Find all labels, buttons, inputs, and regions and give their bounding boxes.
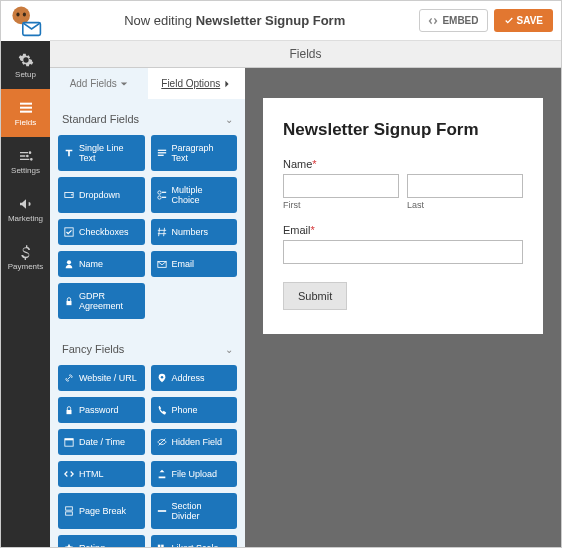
standard-fields-header[interactable]: Standard Fields ⌄ [50,99,245,135]
field-likert-scale[interactable]: Likert Scale [151,535,238,548]
dropdown-icon [64,190,74,200]
pin-icon [157,373,167,383]
svg-point-16 [67,260,71,264]
svg-point-1 [16,12,19,16]
svg-rect-5 [20,106,32,108]
bullhorn-icon [18,196,34,212]
svg-rect-8 [157,152,165,153]
name-label: Name* [283,158,523,170]
chevron-down-icon [120,80,128,88]
field-checkboxes[interactable]: Checkboxes [58,219,145,245]
field-phone[interactable]: Phone [151,397,238,423]
svg-point-0 [12,6,30,24]
panel-header: Fields [50,41,561,68]
phone-icon [157,405,167,415]
svg-rect-27 [161,545,164,548]
svg-point-2 [22,12,25,16]
top-bar: Now editing Newsletter Signup Form EMBED… [1,1,561,41]
page-break-icon [64,506,74,516]
field-rating[interactable]: Rating [58,535,145,548]
field-html[interactable]: HTML [58,461,145,487]
chevron-down-icon: ⌄ [225,344,233,355]
svg-rect-4 [20,102,32,104]
star-icon [64,543,74,548]
last-name-input[interactable] [407,174,523,198]
svg-rect-12 [162,192,166,193]
nav-setup[interactable]: Setup [1,41,50,89]
save-button[interactable]: SAVE [494,9,554,32]
field-section-divider[interactable]: Section Divider [151,493,238,529]
field-file-upload[interactable]: File Upload [151,461,238,487]
svg-rect-24 [66,512,73,515]
submit-button[interactable]: Submit [283,282,347,310]
nav-settings[interactable]: Settings [1,137,50,185]
side-nav: Setup Fields Settings Marketing Payments [1,41,50,548]
field-paragraph-text[interactable]: Paragraph Text [151,135,238,171]
chevron-down-icon: ⌄ [225,114,233,125]
form-title: Newsletter Signup Form [283,120,523,140]
field-password[interactable]: Password [58,397,145,423]
embed-button[interactable]: EMBED [419,9,487,32]
paragraph-icon [157,148,167,158]
svg-rect-18 [67,301,72,305]
grid-icon [157,543,167,548]
text-icon [64,148,74,158]
calendar-icon [64,437,74,447]
link-icon [64,373,74,383]
logo [1,1,50,41]
svg-rect-25 [157,510,165,512]
page-title: Now editing Newsletter Signup Form [50,13,419,28]
tab-field-options[interactable]: Field Options [148,68,246,99]
svg-rect-14 [162,197,166,198]
field-hidden[interactable]: Hidden Field [151,429,238,455]
field-page-break[interactable]: Page Break [58,493,145,529]
first-sublabel: First [283,200,399,210]
svg-rect-6 [20,110,32,112]
nav-fields[interactable]: Fields [1,89,50,137]
envelope-icon [157,259,167,269]
eye-slash-icon [157,437,167,447]
field-address[interactable]: Address [151,365,238,391]
field-date-time[interactable]: Date / Time [58,429,145,455]
user-icon [64,259,74,269]
field-email[interactable]: Email [151,251,238,277]
field-website-url[interactable]: Website / URL [58,365,145,391]
code-icon [64,469,74,479]
email-input[interactable] [283,240,523,264]
first-name-input[interactable] [283,174,399,198]
gear-icon [18,52,34,68]
upload-icon [157,469,167,479]
svg-rect-26 [157,545,160,548]
field-single-line-text[interactable]: Single Line Text [58,135,145,171]
form-canvas: Newsletter Signup Form Name* First Last … [245,68,561,548]
field-name[interactable]: Name [58,251,145,277]
code-icon [428,16,438,26]
form-preview[interactable]: Newsletter Signup Form Name* First Last … [263,98,543,334]
field-dropdown[interactable]: Dropdown [58,177,145,213]
svg-point-19 [160,376,163,379]
svg-rect-23 [66,507,73,510]
fancy-fields-header[interactable]: Fancy Fields ⌄ [50,329,245,365]
lock-icon [64,296,74,306]
email-label: Email* [283,224,523,236]
divider-icon [157,506,167,516]
nav-payments[interactable]: Payments [1,233,50,281]
check-icon [504,16,514,26]
fields-panel: Add Fields Field Options Standard Fields… [50,68,245,548]
dollar-icon [18,244,34,260]
field-multiple-choice[interactable]: Multiple Choice [151,177,238,213]
field-numbers[interactable]: Numbers [151,219,238,245]
svg-rect-22 [65,439,73,441]
svg-rect-9 [157,155,163,156]
field-gdpr[interactable]: GDPR Agreement [58,283,145,319]
checkbox-icon [64,227,74,237]
wpforms-logo-icon [10,5,42,37]
svg-point-11 [157,191,160,194]
tab-add-fields[interactable]: Add Fields [50,68,148,99]
nav-marketing[interactable]: Marketing [1,185,50,233]
sliders-icon [18,148,34,164]
svg-point-13 [157,196,160,199]
svg-rect-20 [67,410,72,414]
last-sublabel: Last [407,200,523,210]
hash-icon [157,227,167,237]
